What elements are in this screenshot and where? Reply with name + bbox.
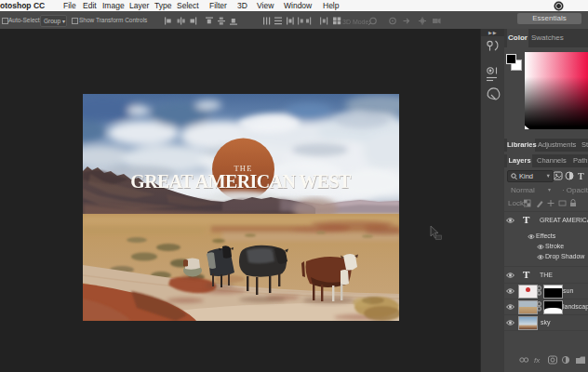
svg-text:GREAT AMERICAN WEST: GREAT AMERICAN WEST [130, 171, 352, 192]
svg-text:T: T [578, 171, 584, 180]
svg-text:3D Mode:: 3D Mode: [342, 19, 370, 25]
svg-text:fx: fx [534, 356, 541, 365]
